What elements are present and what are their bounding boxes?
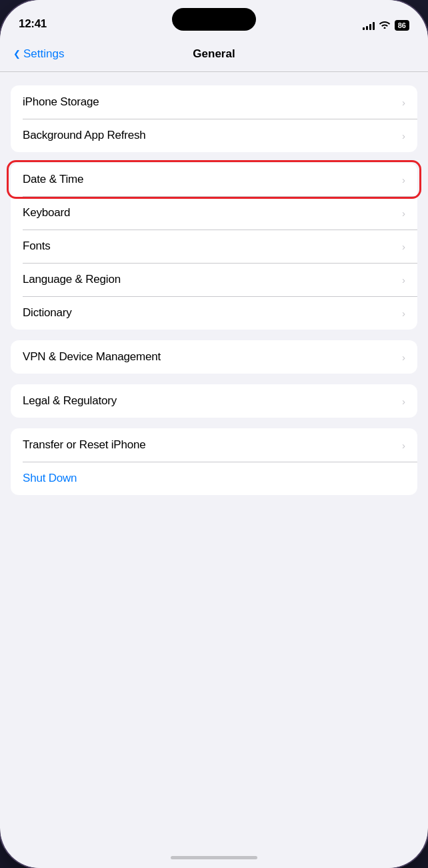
settings-row-vpn[interactable]: VPN & Device Management › — [11, 340, 417, 374]
status-bar: 12:41 — [0, 0, 428, 36]
transfer-reset-label: Transfer or Reset iPhone — [23, 438, 402, 452]
settings-row-date-time[interactable]: Date & Time › — [11, 163, 417, 196]
dictionary-label: Dictionary — [23, 306, 402, 320]
battery-level: 86 — [398, 21, 406, 29]
legal-label: Legal & Regulatory — [23, 394, 402, 408]
keyboard-label: Keyboard — [23, 206, 402, 220]
settings-row-shut-down[interactable]: Shut Down — [11, 462, 417, 495]
chevron-icon: › — [402, 308, 405, 319]
iphone-storage-label: iPhone Storage — [23, 95, 402, 109]
date-time-label: Date & Time — [23, 173, 402, 186]
settings-group-3: VPN & Device Management › — [11, 340, 417, 374]
phone-frame: 12:41 — [0, 0, 428, 868]
chevron-icon: › — [402, 130, 405, 141]
vpn-label: VPN & Device Management — [23, 350, 402, 364]
status-icons: 86 — [363, 19, 409, 31]
signal-bar-1 — [363, 27, 365, 30]
chevron-icon: › — [402, 352, 405, 363]
settings-row-legal[interactable]: Legal & Regulatory › — [11, 384, 417, 418]
settings-group-5: Transfer or Reset iPhone › Shut Down — [11, 428, 417, 495]
chevron-icon: › — [402, 241, 405, 252]
settings-row-language-region[interactable]: Language & Region › — [11, 263, 417, 296]
chevron-icon: › — [402, 207, 405, 219]
chevron-icon: › — [402, 396, 405, 407]
settings-group-1: iPhone Storage › Background App Refresh … — [11, 85, 417, 152]
home-indicator — [0, 847, 428, 868]
back-button[interactable]: ❮ Settings — [13, 47, 114, 61]
back-label: Settings — [23, 47, 64, 61]
chevron-icon: › — [402, 274, 405, 286]
status-time: 12:41 — [19, 17, 47, 31]
wifi-icon — [379, 19, 391, 31]
background-app-refresh-label: Background App Refresh — [23, 129, 402, 142]
screen: 12:41 — [0, 0, 428, 868]
signal-bar-2 — [366, 26, 368, 30]
settings-row-transfer-reset[interactable]: Transfer or Reset iPhone › — [11, 428, 417, 462]
settings-group-4: Legal & Regulatory › — [11, 384, 417, 418]
chevron-icon: › — [402, 174, 405, 185]
fonts-label: Fonts — [23, 240, 402, 253]
signal-bars-icon — [363, 21, 375, 30]
shut-down-label: Shut Down — [23, 472, 405, 485]
chevron-icon: › — [402, 440, 405, 451]
nav-bar: ❮ Settings General — [0, 36, 428, 72]
settings-row-background-app-refresh[interactable]: Background App Refresh › — [11, 119, 417, 152]
settings-content: iPhone Storage › Background App Refresh … — [0, 72, 428, 847]
settings-row-keyboard[interactable]: Keyboard › — [11, 196, 417, 230]
settings-group-2: Date & Time › Keyboard › Fonts › Languag… — [11, 163, 417, 330]
language-region-label: Language & Region — [23, 273, 402, 286]
settings-row-dictionary[interactable]: Dictionary › — [11, 296, 417, 330]
battery-icon: 86 — [395, 20, 409, 31]
page-title: General — [114, 47, 315, 61]
signal-bar-3 — [369, 24, 371, 30]
settings-row-fonts[interactable]: Fonts › — [11, 230, 417, 263]
home-bar — [171, 856, 257, 859]
signal-bar-4 — [373, 22, 375, 30]
chevron-icon: › — [402, 97, 405, 108]
settings-row-iphone-storage[interactable]: iPhone Storage › — [11, 85, 417, 119]
dynamic-island — [172, 8, 256, 31]
back-chevron-icon: ❮ — [13, 49, 21, 59]
